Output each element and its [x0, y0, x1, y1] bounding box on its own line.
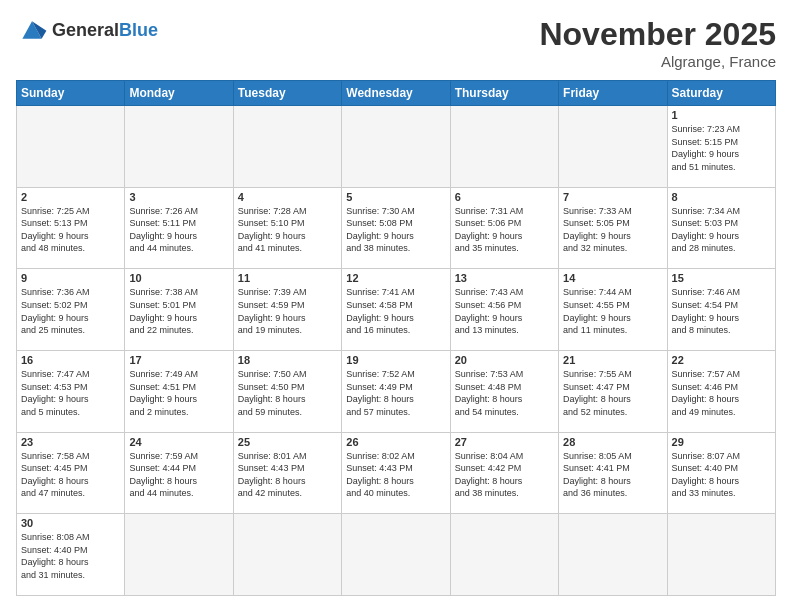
day-number: 5: [346, 191, 445, 203]
table-row: 6Sunrise: 7:31 AM Sunset: 5:06 PM Daylig…: [450, 187, 558, 269]
calendar-header-row: Sunday Monday Tuesday Wednesday Thursday…: [17, 81, 776, 106]
table-row: 5Sunrise: 7:30 AM Sunset: 5:08 PM Daylig…: [342, 187, 450, 269]
day-info: Sunrise: 7:57 AM Sunset: 4:46 PM Dayligh…: [672, 368, 771, 418]
table-row: [450, 514, 558, 596]
day-number: 19: [346, 354, 445, 366]
day-number: 23: [21, 436, 120, 448]
day-info: Sunrise: 8:07 AM Sunset: 4:40 PM Dayligh…: [672, 450, 771, 500]
table-row: 16Sunrise: 7:47 AM Sunset: 4:53 PM Dayli…: [17, 350, 125, 432]
day-info: Sunrise: 7:53 AM Sunset: 4:48 PM Dayligh…: [455, 368, 554, 418]
day-info: Sunrise: 7:26 AM Sunset: 5:11 PM Dayligh…: [129, 205, 228, 255]
table-row: 4Sunrise: 7:28 AM Sunset: 5:10 PM Daylig…: [233, 187, 341, 269]
day-number: 20: [455, 354, 554, 366]
day-number: 17: [129, 354, 228, 366]
table-row: 8Sunrise: 7:34 AM Sunset: 5:03 PM Daylig…: [667, 187, 775, 269]
table-row: [233, 514, 341, 596]
day-number: 13: [455, 272, 554, 284]
day-number: 16: [21, 354, 120, 366]
day-number: 21: [563, 354, 662, 366]
day-info: Sunrise: 7:49 AM Sunset: 4:51 PM Dayligh…: [129, 368, 228, 418]
day-info: Sunrise: 7:36 AM Sunset: 5:02 PM Dayligh…: [21, 286, 120, 336]
logo-icon: [16, 16, 48, 44]
day-number: 14: [563, 272, 662, 284]
day-info: Sunrise: 7:30 AM Sunset: 5:08 PM Dayligh…: [346, 205, 445, 255]
logo-general: General: [52, 20, 119, 40]
day-info: Sunrise: 7:28 AM Sunset: 5:10 PM Dayligh…: [238, 205, 337, 255]
day-number: 22: [672, 354, 771, 366]
day-info: Sunrise: 7:52 AM Sunset: 4:49 PM Dayligh…: [346, 368, 445, 418]
day-number: 6: [455, 191, 554, 203]
day-info: Sunrise: 7:50 AM Sunset: 4:50 PM Dayligh…: [238, 368, 337, 418]
day-info: Sunrise: 7:55 AM Sunset: 4:47 PM Dayligh…: [563, 368, 662, 418]
day-number: 28: [563, 436, 662, 448]
calendar-week-row: 9Sunrise: 7:36 AM Sunset: 5:02 PM Daylig…: [17, 269, 776, 351]
table-row: [342, 106, 450, 188]
table-row: [559, 106, 667, 188]
calendar-week-row: 16Sunrise: 7:47 AM Sunset: 4:53 PM Dayli…: [17, 350, 776, 432]
table-row: 17Sunrise: 7:49 AM Sunset: 4:51 PM Dayli…: [125, 350, 233, 432]
table-row: 27Sunrise: 8:04 AM Sunset: 4:42 PM Dayli…: [450, 432, 558, 514]
calendar-week-row: 2Sunrise: 7:25 AM Sunset: 5:13 PM Daylig…: [17, 187, 776, 269]
table-row: 19Sunrise: 7:52 AM Sunset: 4:49 PM Dayli…: [342, 350, 450, 432]
day-number: 7: [563, 191, 662, 203]
day-number: 26: [346, 436, 445, 448]
day-number: 2: [21, 191, 120, 203]
table-row: 22Sunrise: 7:57 AM Sunset: 4:46 PM Dayli…: [667, 350, 775, 432]
table-row: 2Sunrise: 7:25 AM Sunset: 5:13 PM Daylig…: [17, 187, 125, 269]
table-row: 10Sunrise: 7:38 AM Sunset: 5:01 PM Dayli…: [125, 269, 233, 351]
day-number: 10: [129, 272, 228, 284]
logo-blue-text: Blue: [119, 20, 158, 40]
table-row: 13Sunrise: 7:43 AM Sunset: 4:56 PM Dayli…: [450, 269, 558, 351]
day-number: 8: [672, 191, 771, 203]
day-info: Sunrise: 7:47 AM Sunset: 4:53 PM Dayligh…: [21, 368, 120, 418]
col-monday: Monday: [125, 81, 233, 106]
day-number: 24: [129, 436, 228, 448]
table-row: 12Sunrise: 7:41 AM Sunset: 4:58 PM Dayli…: [342, 269, 450, 351]
header: GeneralBlue November 2025 Algrange, Fran…: [16, 16, 776, 70]
table-row: [233, 106, 341, 188]
day-info: Sunrise: 7:31 AM Sunset: 5:06 PM Dayligh…: [455, 205, 554, 255]
table-row: 21Sunrise: 7:55 AM Sunset: 4:47 PM Dayli…: [559, 350, 667, 432]
calendar-week-row: 23Sunrise: 7:58 AM Sunset: 4:45 PM Dayli…: [17, 432, 776, 514]
table-row: 25Sunrise: 8:01 AM Sunset: 4:43 PM Dayli…: [233, 432, 341, 514]
calendar-week-row: 1Sunrise: 7:23 AM Sunset: 5:15 PM Daylig…: [17, 106, 776, 188]
table-row: 20Sunrise: 7:53 AM Sunset: 4:48 PM Dayli…: [450, 350, 558, 432]
day-number: 9: [21, 272, 120, 284]
day-info: Sunrise: 8:02 AM Sunset: 4:43 PM Dayligh…: [346, 450, 445, 500]
table-row: 9Sunrise: 7:36 AM Sunset: 5:02 PM Daylig…: [17, 269, 125, 351]
table-row: [667, 514, 775, 596]
table-row: [559, 514, 667, 596]
table-row: 26Sunrise: 8:02 AM Sunset: 4:43 PM Dayli…: [342, 432, 450, 514]
col-tuesday: Tuesday: [233, 81, 341, 106]
table-row: 28Sunrise: 8:05 AM Sunset: 4:41 PM Dayli…: [559, 432, 667, 514]
table-row: [342, 514, 450, 596]
table-row: [125, 514, 233, 596]
day-info: Sunrise: 7:33 AM Sunset: 5:05 PM Dayligh…: [563, 205, 662, 255]
day-info: Sunrise: 7:46 AM Sunset: 4:54 PM Dayligh…: [672, 286, 771, 336]
day-info: Sunrise: 8:08 AM Sunset: 4:40 PM Dayligh…: [21, 531, 120, 581]
col-thursday: Thursday: [450, 81, 558, 106]
day-info: Sunrise: 7:34 AM Sunset: 5:03 PM Dayligh…: [672, 205, 771, 255]
day-number: 25: [238, 436, 337, 448]
day-info: Sunrise: 7:23 AM Sunset: 5:15 PM Dayligh…: [672, 123, 771, 173]
day-number: 12: [346, 272, 445, 284]
col-wednesday: Wednesday: [342, 81, 450, 106]
table-row: [17, 106, 125, 188]
day-number: 3: [129, 191, 228, 203]
day-number: 27: [455, 436, 554, 448]
page: GeneralBlue November 2025 Algrange, Fran…: [0, 0, 792, 612]
day-info: Sunrise: 7:39 AM Sunset: 4:59 PM Dayligh…: [238, 286, 337, 336]
location: Algrange, France: [539, 53, 776, 70]
day-info: Sunrise: 7:58 AM Sunset: 4:45 PM Dayligh…: [21, 450, 120, 500]
title-block: November 2025 Algrange, France: [539, 16, 776, 70]
col-friday: Friday: [559, 81, 667, 106]
day-info: Sunrise: 7:41 AM Sunset: 4:58 PM Dayligh…: [346, 286, 445, 336]
table-row: 11Sunrise: 7:39 AM Sunset: 4:59 PM Dayli…: [233, 269, 341, 351]
table-row: 18Sunrise: 7:50 AM Sunset: 4:50 PM Dayli…: [233, 350, 341, 432]
day-number: 30: [21, 517, 120, 529]
day-info: Sunrise: 7:59 AM Sunset: 4:44 PM Dayligh…: [129, 450, 228, 500]
day-info: Sunrise: 8:01 AM Sunset: 4:43 PM Dayligh…: [238, 450, 337, 500]
day-number: 18: [238, 354, 337, 366]
day-info: Sunrise: 7:25 AM Sunset: 5:13 PM Dayligh…: [21, 205, 120, 255]
table-row: 14Sunrise: 7:44 AM Sunset: 4:55 PM Dayli…: [559, 269, 667, 351]
